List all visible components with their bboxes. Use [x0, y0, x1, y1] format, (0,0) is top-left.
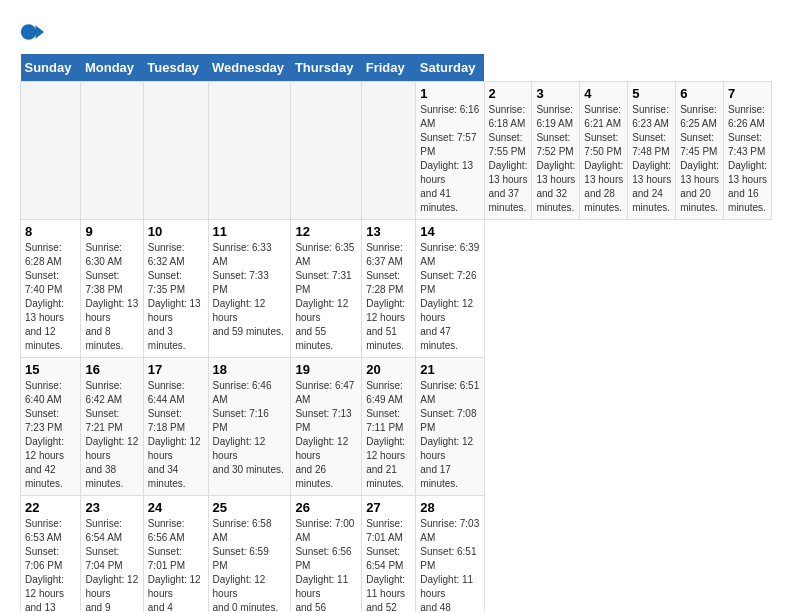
- day-number: 26: [295, 500, 357, 515]
- calendar-cell: 19Sunrise: 6:47 AMSunset: 7:13 PMDayligh…: [291, 358, 362, 496]
- dow-header-monday: Monday: [81, 54, 143, 82]
- calendar-cell: 23Sunrise: 6:54 AMSunset: 7:04 PMDayligh…: [81, 496, 143, 613]
- day-number: 16: [85, 362, 138, 377]
- day-number: 1: [420, 86, 479, 101]
- day-number: 20: [366, 362, 411, 377]
- day-number: 13: [366, 224, 411, 239]
- calendar-cell: 3Sunrise: 6:19 AMSunset: 7:52 PMDaylight…: [532, 82, 580, 220]
- calendar-cell: 9Sunrise: 6:30 AMSunset: 7:38 PMDaylight…: [81, 220, 143, 358]
- day-number: 21: [420, 362, 479, 377]
- day-info: Sunrise: 7:01 AMSunset: 6:54 PMDaylight:…: [366, 517, 411, 612]
- calendar-cell: 22Sunrise: 6:53 AMSunset: 7:06 PMDayligh…: [21, 496, 81, 613]
- calendar-cell: 11Sunrise: 6:33 AMSunset: 7:33 PMDayligh…: [208, 220, 291, 358]
- day-number: 8: [25, 224, 76, 239]
- calendar-cell: 4Sunrise: 6:21 AMSunset: 7:50 PMDaylight…: [580, 82, 628, 220]
- day-info: Sunrise: 7:03 AMSunset: 6:51 PMDaylight:…: [420, 517, 479, 612]
- calendar-cell: [81, 82, 143, 220]
- dow-header-tuesday: Tuesday: [143, 54, 208, 82]
- calendar-cell: 17Sunrise: 6:44 AMSunset: 7:18 PMDayligh…: [143, 358, 208, 496]
- day-info: Sunrise: 6:56 AMSunset: 7:01 PMDaylight:…: [148, 517, 204, 612]
- calendar-cell: 7Sunrise: 6:26 AMSunset: 7:43 PMDaylight…: [724, 82, 772, 220]
- day-info: Sunrise: 6:46 AMSunset: 7:16 PMDaylight:…: [213, 379, 287, 477]
- day-info: Sunrise: 6:54 AMSunset: 7:04 PMDaylight:…: [85, 517, 138, 612]
- day-info: Sunrise: 6:19 AMSunset: 7:52 PMDaylight:…: [536, 103, 575, 215]
- day-info: Sunrise: 6:23 AMSunset: 7:48 PMDaylight:…: [632, 103, 671, 215]
- calendar-cell: [291, 82, 362, 220]
- day-info: Sunrise: 6:30 AMSunset: 7:38 PMDaylight:…: [85, 241, 138, 353]
- day-info: Sunrise: 6:28 AMSunset: 7:40 PMDaylight:…: [25, 241, 76, 353]
- dow-header-friday: Friday: [362, 54, 416, 82]
- day-number: 27: [366, 500, 411, 515]
- day-number: 3: [536, 86, 575, 101]
- day-number: 23: [85, 500, 138, 515]
- day-number: 5: [632, 86, 671, 101]
- day-number: 24: [148, 500, 204, 515]
- day-number: 22: [25, 500, 76, 515]
- logo: [20, 20, 48, 44]
- calendar-table: SundayMondayTuesdayWednesdayThursdayFrid…: [20, 54, 772, 612]
- day-number: 12: [295, 224, 357, 239]
- day-info: Sunrise: 6:25 AMSunset: 7:45 PMDaylight:…: [680, 103, 719, 215]
- day-info: Sunrise: 6:35 AMSunset: 7:31 PMDaylight:…: [295, 241, 357, 353]
- day-info: Sunrise: 6:39 AMSunset: 7:26 PMDaylight:…: [420, 241, 479, 353]
- day-number: 4: [584, 86, 623, 101]
- day-number: 28: [420, 500, 479, 515]
- day-number: 11: [213, 224, 287, 239]
- day-info: Sunrise: 6:32 AMSunset: 7:35 PMDaylight:…: [148, 241, 204, 353]
- day-number: 18: [213, 362, 287, 377]
- week-row-4: 22Sunrise: 6:53 AMSunset: 7:06 PMDayligh…: [21, 496, 772, 613]
- week-row-2: 8Sunrise: 6:28 AMSunset: 7:40 PMDaylight…: [21, 220, 772, 358]
- day-info: Sunrise: 6:18 AMSunset: 7:55 PMDaylight:…: [489, 103, 528, 215]
- day-info: Sunrise: 6:53 AMSunset: 7:06 PMDaylight:…: [25, 517, 76, 612]
- day-info: Sunrise: 6:42 AMSunset: 7:21 PMDaylight:…: [85, 379, 138, 491]
- calendar-cell: 2Sunrise: 6:18 AMSunset: 7:55 PMDaylight…: [484, 82, 532, 220]
- day-number: 2: [489, 86, 528, 101]
- svg-marker-1: [35, 25, 44, 39]
- calendar-cell: 15Sunrise: 6:40 AMSunset: 7:23 PMDayligh…: [21, 358, 81, 496]
- week-row-3: 15Sunrise: 6:40 AMSunset: 7:23 PMDayligh…: [21, 358, 772, 496]
- dow-header-sunday: Sunday: [21, 54, 81, 82]
- calendar-cell: 24Sunrise: 6:56 AMSunset: 7:01 PMDayligh…: [143, 496, 208, 613]
- calendar-cell: 5Sunrise: 6:23 AMSunset: 7:48 PMDaylight…: [628, 82, 676, 220]
- day-info: Sunrise: 6:47 AMSunset: 7:13 PMDaylight:…: [295, 379, 357, 491]
- day-info: Sunrise: 6:21 AMSunset: 7:50 PMDaylight:…: [584, 103, 623, 215]
- calendar-cell: 8Sunrise: 6:28 AMSunset: 7:40 PMDaylight…: [21, 220, 81, 358]
- day-number: 10: [148, 224, 204, 239]
- calendar-cell: 12Sunrise: 6:35 AMSunset: 7:31 PMDayligh…: [291, 220, 362, 358]
- calendar-cell: 13Sunrise: 6:37 AMSunset: 7:28 PMDayligh…: [362, 220, 416, 358]
- day-number: 9: [85, 224, 138, 239]
- day-info: Sunrise: 6:26 AMSunset: 7:43 PMDaylight:…: [728, 103, 767, 215]
- day-info: Sunrise: 7:00 AMSunset: 6:56 PMDaylight:…: [295, 517, 357, 612]
- day-number: 17: [148, 362, 204, 377]
- calendar-cell: 6Sunrise: 6:25 AMSunset: 7:45 PMDaylight…: [676, 82, 724, 220]
- day-info: Sunrise: 6:51 AMSunset: 7:08 PMDaylight:…: [420, 379, 479, 491]
- calendar-cell: [143, 82, 208, 220]
- day-info: Sunrise: 6:40 AMSunset: 7:23 PMDaylight:…: [25, 379, 76, 491]
- page-header: [20, 20, 772, 44]
- calendar-cell: 28Sunrise: 7:03 AMSunset: 6:51 PMDayligh…: [416, 496, 484, 613]
- day-info: Sunrise: 6:37 AMSunset: 7:28 PMDaylight:…: [366, 241, 411, 353]
- day-info: Sunrise: 6:33 AMSunset: 7:33 PMDaylight:…: [213, 241, 287, 339]
- day-number: 6: [680, 86, 719, 101]
- day-number: 19: [295, 362, 357, 377]
- day-info: Sunrise: 6:58 AMSunset: 6:59 PMDaylight:…: [213, 517, 287, 612]
- calendar-cell: 27Sunrise: 7:01 AMSunset: 6:54 PMDayligh…: [362, 496, 416, 613]
- calendar-cell: 18Sunrise: 6:46 AMSunset: 7:16 PMDayligh…: [208, 358, 291, 496]
- dow-header-saturday: Saturday: [416, 54, 484, 82]
- calendar-cell: 26Sunrise: 7:00 AMSunset: 6:56 PMDayligh…: [291, 496, 362, 613]
- calendar-cell: 20Sunrise: 6:49 AMSunset: 7:11 PMDayligh…: [362, 358, 416, 496]
- week-row-1: 1Sunrise: 6:16 AMSunset: 7:57 PMDaylight…: [21, 82, 772, 220]
- day-info: Sunrise: 6:44 AMSunset: 7:18 PMDaylight:…: [148, 379, 204, 491]
- day-number: 14: [420, 224, 479, 239]
- dow-header-wednesday: Wednesday: [208, 54, 291, 82]
- calendar-cell: 14Sunrise: 6:39 AMSunset: 7:26 PMDayligh…: [416, 220, 484, 358]
- day-info: Sunrise: 6:49 AMSunset: 7:11 PMDaylight:…: [366, 379, 411, 491]
- day-info: Sunrise: 6:16 AMSunset: 7:57 PMDaylight:…: [420, 103, 479, 215]
- calendar-cell: [362, 82, 416, 220]
- svg-point-0: [21, 24, 36, 39]
- calendar-cell: [208, 82, 291, 220]
- calendar-cell: 25Sunrise: 6:58 AMSunset: 6:59 PMDayligh…: [208, 496, 291, 613]
- calendar-cell: 1Sunrise: 6:16 AMSunset: 7:57 PMDaylight…: [416, 82, 484, 220]
- day-number: 25: [213, 500, 287, 515]
- calendar-cell: [21, 82, 81, 220]
